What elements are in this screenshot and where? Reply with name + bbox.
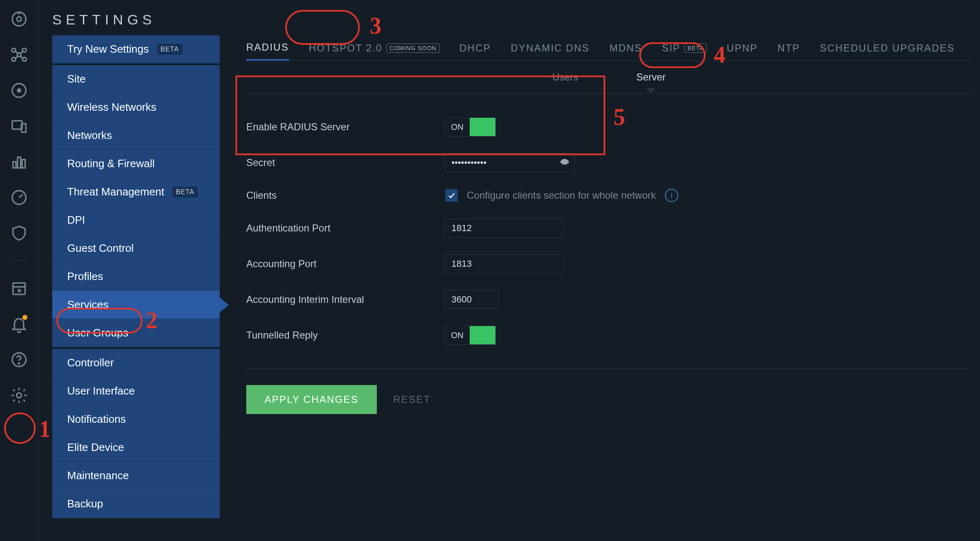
tab-radius[interactable]: RADIUS (246, 35, 289, 61)
dashboard-icon[interactable] (9, 9, 29, 29)
sidebar-item-label: Wireless Networks (67, 101, 156, 114)
sidebar-item-profiles[interactable]: Profiles (52, 263, 220, 291)
content-area: RADIUS HOTSPOT 2.0COMING SOON DHCP DYNAM… (220, 35, 980, 414)
sidebar-item-services[interactable]: Services (52, 291, 220, 319)
clients-label: Clients (246, 190, 444, 201)
radius-server-form: Enable RADIUS Server ON Secret C (246, 93, 972, 345)
shield-icon[interactable] (9, 223, 29, 243)
form-divider (246, 368, 972, 368)
tab-label: MDNS (609, 42, 642, 54)
svg-point-21 (17, 393, 22, 398)
configure-clients-label: Configure clients section for whole netw… (467, 190, 656, 201)
row-clients: Clients Configure clients section for wh… (246, 189, 972, 202)
service-tabs: RADIUS HOTSPOT 2.0COMING SOON DHCP DYNAM… (246, 35, 972, 61)
subtab-server[interactable]: Server (636, 71, 666, 83)
tab-label: NTP (778, 42, 800, 54)
tab-ddns[interactable]: DYNAMIC DNS (511, 35, 589, 61)
svg-point-20 (18, 363, 19, 364)
sidebar-item-label: Profiles (67, 270, 103, 283)
sidebar-item-elite[interactable]: Elite Device (52, 434, 220, 462)
tab-label: SIP (662, 42, 681, 54)
tab-sip[interactable]: SIPBETA (662, 35, 707, 61)
secret-input[interactable] (444, 153, 575, 172)
reset-button[interactable]: RESET (393, 394, 431, 405)
auth-port-label: Authentication Port (246, 222, 444, 234)
sidebar-item-threat[interactable]: Threat ManagementBETA (52, 178, 220, 206)
sidebar-item-label: Site (67, 73, 86, 85)
tab-upgrades[interactable]: SCHEDULED UPGRADES (820, 35, 955, 61)
coming-soon-badge: COMING SOON (386, 44, 439, 53)
nav-rail: ★ (0, 0, 38, 541)
sidebar-item-label: Backup (67, 497, 103, 510)
beta-badge: BETA (172, 187, 198, 197)
sidebar-item-routing[interactable]: Routing & Firewall (52, 150, 220, 178)
reveal-secret-icon[interactable] (560, 157, 570, 168)
tab-hotspot[interactable]: HOTSPOT 2.0COMING SOON (309, 35, 439, 61)
sidebar-item-label: Elite Device (67, 441, 124, 454)
topology-icon[interactable] (9, 45, 29, 65)
calendar-icon[interactable]: ★ (9, 278, 29, 298)
info-icon[interactable]: i (665, 189, 678, 202)
help-icon[interactable] (9, 350, 29, 370)
interim-input[interactable] (444, 290, 498, 309)
gear-icon[interactable] (9, 385, 29, 405)
tab-label: RADIUS (246, 41, 289, 53)
subtab-label: Server (636, 71, 666, 83)
toggle-knob (470, 118, 495, 136)
svg-point-9 (17, 89, 20, 92)
svg-rect-12 (13, 162, 16, 168)
tunnel-reply-toggle[interactable]: ON (444, 326, 496, 345)
enable-radius-toggle[interactable]: ON (444, 117, 496, 136)
sidebar-item-try-new[interactable]: Try New SettingsBETA (52, 35, 220, 63)
sidebar-item-controller[interactable]: Controller (52, 349, 220, 377)
radius-subtabs: Users Server (246, 61, 972, 93)
gauge-icon[interactable] (9, 188, 29, 207)
sidebar-item-guest[interactable]: Guest Control (52, 234, 220, 263)
sidebar-item-label: Networks (67, 129, 112, 142)
tab-label: SCHEDULED UPGRADES (820, 42, 955, 54)
svg-point-22 (563, 161, 566, 163)
svg-point-1 (17, 17, 21, 22)
sidebar-item-wireless[interactable]: Wireless Networks (52, 93, 220, 122)
sidebar-item-networks[interactable]: Networks (52, 122, 220, 150)
auth-port-input[interactable] (444, 219, 563, 238)
sidebar-item-user-groups[interactable]: User Groups (52, 319, 220, 347)
svg-rect-13 (17, 157, 20, 168)
sidebar-item-label: Controller (67, 356, 114, 369)
page-title: SETTINGS (52, 12, 980, 28)
tab-upnp[interactable]: UPNP (727, 35, 758, 61)
sidebar-item-label: Guest Control (67, 242, 133, 255)
sidebar-item-ui[interactable]: User Interface (52, 377, 220, 405)
sidebar-item-label: User Interface (67, 385, 135, 397)
sidebar-item-label: Threat Management (67, 185, 164, 198)
sidebar-item-notifications[interactable]: Notifications (52, 405, 220, 434)
devices-icon[interactable] (9, 116, 29, 136)
sidebar-item-label: User Groups (67, 327, 128, 339)
circle-icon[interactable] (9, 80, 29, 100)
configure-clients-checkbox[interactable] (445, 189, 458, 202)
sidebar-item-maintenance[interactable]: Maintenance (52, 462, 220, 490)
beta-badge: BETA (157, 44, 182, 55)
svg-rect-14 (22, 160, 25, 168)
sidebar-item-dpi[interactable]: DPI (52, 206, 220, 234)
interim-label: Accounting Interim Interval (246, 294, 444, 305)
sidebar-item-label: Notifications (67, 413, 126, 426)
beta-badge: BETA (684, 44, 707, 53)
tab-ntp[interactable]: NTP (778, 35, 800, 61)
svg-text:★: ★ (16, 287, 22, 294)
tab-label: DHCP (459, 42, 491, 54)
svg-rect-10 (12, 121, 22, 129)
row-acct-port: Accounting Port (246, 254, 972, 273)
acct-port-input[interactable] (444, 254, 563, 273)
sidebar-item-backup[interactable]: Backup (52, 490, 220, 518)
subtab-users[interactable]: Users (552, 71, 578, 83)
bell-icon[interactable] (9, 314, 29, 334)
tab-label: UPNP (727, 42, 758, 54)
tab-mdns[interactable]: MDNS (609, 35, 642, 61)
sidebar-item-site[interactable]: Site (52, 65, 220, 93)
insights-icon[interactable] (9, 152, 29, 172)
tab-dhcp[interactable]: DHCP (459, 35, 491, 61)
apply-changes-button[interactable]: APPLY CHANGES (246, 385, 377, 414)
row-enable: Enable RADIUS Server ON (246, 117, 972, 136)
sidebar-item-label: Try New Settings (67, 43, 149, 56)
